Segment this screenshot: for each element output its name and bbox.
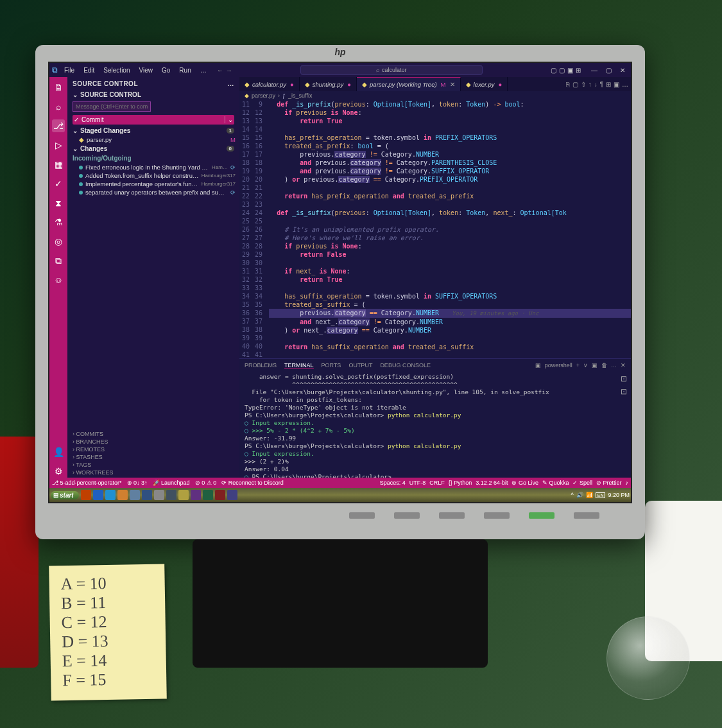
taskbar-app-7[interactable]: [154, 490, 164, 500]
side-icon-2[interactable]: ⊡: [621, 387, 627, 396]
tab-action-5[interactable]: ¶: [600, 81, 603, 88]
panel-tab-output[interactable]: OUTPUT: [348, 362, 372, 368]
terminal-split-button[interactable]: ▣: [592, 362, 597, 368]
menu-run[interactable]: Run: [176, 65, 193, 75]
commit-item[interactable]: separated unary operators between prefix…: [70, 188, 237, 196]
extensions-icon[interactable]: ▦: [52, 158, 65, 171]
taskbar-app-8[interactable]: [166, 490, 176, 500]
editor-tab[interactable]: ◆ lexer.py ●: [461, 77, 508, 91]
taskbar-app-6[interactable]: [142, 490, 152, 500]
terminal-output[interactable]: answer = shunting.solve_postfix(postfixe…: [239, 372, 617, 478]
tab-action-0[interactable]: ⎘: [566, 81, 570, 88]
status-left-1[interactable]: ⊕ 0↓ 3↑: [127, 480, 148, 486]
sidebar-footer-tags[interactable]: › TAGS: [70, 461, 237, 469]
layout-icon-3[interactable]: ▣: [567, 67, 573, 74]
nav-fwd-icon[interactable]: →: [226, 67, 232, 74]
panel-tab-problems[interactable]: PROBLEMS: [245, 362, 277, 368]
commit-message-input[interactable]: [73, 101, 151, 112]
sidebar-footer-stashes[interactable]: › STASHES: [70, 453, 237, 461]
commit-button[interactable]: ✓ Commit ⌄: [73, 115, 234, 125]
status-right-2[interactable]: CRLF: [429, 480, 445, 486]
tab-action-6[interactable]: ⊞: [606, 81, 611, 88]
menu-view[interactable]: View: [137, 65, 156, 75]
tab-action-8[interactable]: …: [622, 81, 628, 88]
sidebar-more-icon[interactable]: …: [228, 80, 235, 87]
menu-file[interactable]: File: [62, 65, 77, 75]
status-right-1[interactable]: UTF-8: [409, 480, 426, 486]
layout-icon-1[interactable]: ▢: [551, 67, 556, 74]
panel-tab-debug-console[interactable]: DEBUG CONSOLE: [380, 362, 431, 368]
status-right-6[interactable]: ✎ Quokka: [542, 480, 569, 486]
sidebar-footer-commits[interactable]: › COMMITS: [70, 430, 237, 438]
tray-expand-icon[interactable]: ^: [571, 492, 574, 498]
commit-item[interactable]: Added Token.from_suffix helper construct…: [70, 171, 237, 180]
window-close-button[interactable]: ✕: [617, 67, 628, 74]
terminal-kill-button[interactable]: 🗑: [601, 362, 607, 368]
terminal-dropdown-icon[interactable]: ∨: [583, 362, 588, 368]
emoji-icon[interactable]: ☺: [52, 273, 65, 286]
status-right-8[interactable]: ⊘ Prettier: [596, 480, 622, 486]
terminal-more-button[interactable]: …: [611, 362, 617, 368]
taskbar-app-1[interactable]: [81, 490, 91, 500]
chevron-down-icon[interactable]: ⌄: [73, 145, 78, 152]
settings-gear-icon[interactable]: ⚙: [52, 465, 65, 478]
panel-tab-terminal[interactable]: TERMINAL: [284, 362, 314, 369]
menu-selection[interactable]: Selection: [101, 65, 132, 75]
commit-item[interactable]: Fixed erroneous logic in the Shunting Ya…: [70, 163, 237, 171]
layout-icon-2[interactable]: ▢: [559, 67, 565, 74]
account-icon[interactable]: 👤: [52, 446, 65, 458]
menu-go[interactable]: Go: [159, 65, 173, 75]
tab-close-icon[interactable]: ✕: [450, 81, 455, 88]
status-left-3[interactable]: ⊘ 0 ⚠ 0: [195, 480, 217, 486]
status-right-3[interactable]: {} Python: [449, 480, 472, 486]
tray-lang-icon[interactable]: EN: [596, 492, 606, 498]
chevron-down-icon[interactable]: ⌄: [73, 91, 78, 98]
layout-icon-4[interactable]: ⊞: [576, 67, 581, 74]
taskbar-app-5[interactable]: [130, 490, 140, 500]
db-icon[interactable]: ◎: [52, 235, 65, 248]
commit-item[interactable]: Implemented percentage operator's functi…: [70, 180, 237, 188]
staged-file-item[interactable]: ◆ parser.py M: [70, 135, 237, 144]
code-editor[interactable]: def _is_prefix(previous: Optional[Token]…: [265, 100, 631, 358]
files-icon[interactable]: 🗎: [52, 81, 65, 94]
run-debug-icon[interactable]: ▷: [52, 139, 65, 152]
status-right-0[interactable]: Spaces: 4: [380, 480, 406, 486]
source-control-icon[interactable]: ⎇: [52, 119, 65, 132]
terminal-shell-label[interactable]: powershell: [545, 362, 572, 368]
panel-close-button[interactable]: ✕: [621, 362, 626, 368]
terminal-new-button[interactable]: +: [576, 362, 580, 368]
sidebar-footer-branches[interactable]: › BRANCHES: [70, 438, 237, 446]
tray-network-icon[interactable]: 📶: [586, 492, 593, 498]
editor-tab[interactable]: ◆ parser.py (Working Tree) M ✕: [357, 77, 460, 91]
sidebar-footer-worktrees[interactable]: › WORKTREES: [70, 469, 237, 476]
menu-more[interactable]: …: [198, 65, 209, 75]
tab-action-7[interactable]: ▣: [614, 81, 619, 88]
commit-dropdown-icon[interactable]: ⌄: [225, 116, 233, 123]
tray-volume-icon[interactable]: 🔊: [576, 492, 583, 498]
taskbar-app-3[interactable]: [105, 490, 116, 500]
status-right-9[interactable]: ♪: [626, 480, 629, 486]
taskbar-app-13[interactable]: [227, 490, 237, 500]
taskbar-app-12[interactable]: [215, 490, 225, 500]
chevron-down-icon[interactable]: ⌄: [73, 127, 78, 134]
window-maximize-button[interactable]: ▢: [603, 67, 614, 74]
remote-icon[interactable]: ⧉: [52, 254, 65, 267]
nav-back-icon[interactable]: ←: [217, 67, 223, 74]
status-right-4[interactable]: 3.12.2 64-bit: [476, 480, 508, 486]
status-left-4[interactable]: ⟳ Reconnect to Discord: [221, 480, 284, 486]
command-center-search[interactable]: ⌕ calculator: [300, 65, 483, 75]
status-right-7[interactable]: ✓ Spell: [572, 480, 592, 486]
side-icon-1[interactable]: ⊡: [621, 374, 627, 383]
sidebar-footer-remotes[interactable]: › REMOTES: [70, 446, 237, 453]
editor-tab[interactable]: ◆ shunting.py ●: [300, 77, 357, 91]
tab-action-4[interactable]: ↓: [594, 81, 597, 88]
editor-tab[interactable]: ◆ calculator.py ●: [239, 77, 300, 91]
status-right-5[interactable]: ⊚ Go Live: [511, 480, 538, 486]
timeline-icon[interactable]: ⧗: [52, 196, 65, 209]
flask-icon[interactable]: ⚗: [52, 216, 65, 229]
taskbar-app-10[interactable]: [191, 490, 201, 500]
taskbar-app-4[interactable]: [117, 490, 128, 500]
status-left-2[interactable]: 🚀 Launchpad: [153, 480, 190, 486]
taskbar-clock[interactable]: 9:20 PM: [608, 492, 630, 498]
tab-action-2[interactable]: ⇧: [581, 81, 586, 88]
